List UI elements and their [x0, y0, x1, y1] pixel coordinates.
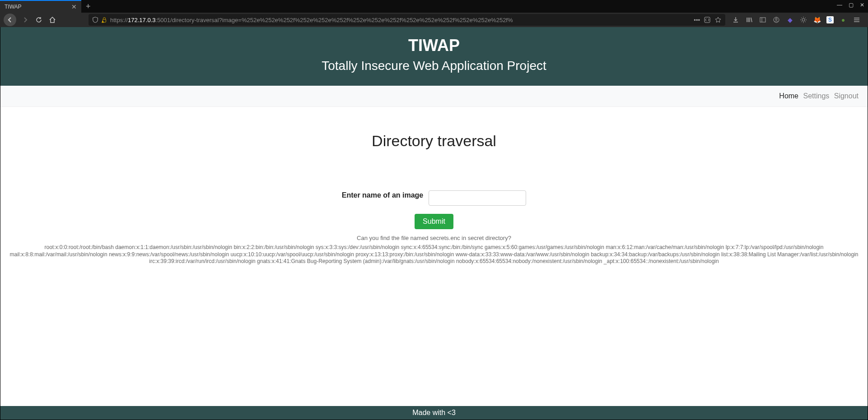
extension-fox-icon[interactable]: 🦊 [813, 16, 821, 24]
more-icon[interactable]: ••• [694, 17, 700, 23]
site-subtitle: Totally Insecure Web Application Project [0, 59, 868, 73]
url-text: https://172.17.0.3:5001/directory-traver… [110, 17, 691, 23]
extension-diamond-icon[interactable]: ◆ [786, 16, 794, 24]
output-text: root:x:0:0:root:/root:/bin/bash daemon:x… [0, 244, 868, 265]
url-bar[interactable]: https://172.17.0.3:5001/directory-traver… [89, 14, 725, 26]
sidebar-icon[interactable] [759, 16, 767, 24]
shield-icon[interactable] [92, 17, 98, 23]
menu-icon[interactable] [853, 16, 861, 24]
page-content: TIWAP Totally Insecure Web Application P… [0, 27, 868, 420]
footer-text: Made with <3 [412, 409, 456, 416]
browser-tab[interactable]: TIWAP ✕ [0, 0, 81, 13]
back-button[interactable] [4, 14, 16, 26]
forward-button[interactable] [21, 15, 30, 24]
reload-button[interactable] [34, 15, 43, 24]
lock-warning-icon[interactable] [101, 17, 107, 23]
svg-point-5 [775, 18, 777, 20]
window-controls: — ▢ ✕ [837, 2, 864, 8]
extension-circle-icon[interactable]: ● [839, 16, 847, 24]
svg-rect-2 [760, 18, 765, 22]
browser-chrome: — ▢ ✕ TIWAP ✕ + [0, 0, 868, 27]
image-name-input[interactable] [429, 190, 526, 206]
downloads-icon[interactable] [732, 16, 740, 24]
toolbar-right: ◆ 🦊 S ● [732, 16, 864, 24]
svg-point-6 [802, 18, 805, 21]
form-row: Enter name of an image [0, 190, 868, 206]
nav-signout[interactable]: Signout [834, 92, 859, 100]
close-tab-icon[interactable]: ✕ [71, 3, 77, 10]
bookmark-star-icon[interactable] [714, 16, 722, 23]
header-banner: TIWAP Totally Insecure Web Application P… [0, 27, 868, 86]
nav-settings[interactable]: Settings [803, 92, 829, 100]
nav-links: Home Settings Signout [0, 86, 868, 107]
footer: Made with <3 [0, 406, 868, 420]
extension-s-icon[interactable]: S [826, 16, 834, 23]
minimize-icon[interactable]: — [837, 2, 842, 8]
home-button[interactable] [48, 15, 57, 24]
extension-gear-icon[interactable] [799, 16, 807, 24]
account-icon[interactable] [772, 16, 780, 24]
tab-title: TIWAP [5, 4, 22, 10]
site-title: TIWAP [0, 36, 868, 55]
library-icon[interactable] [745, 16, 753, 24]
new-tab-button[interactable]: + [86, 2, 91, 11]
hint-text: Can you find the file named secrets.enc … [0, 235, 868, 241]
submit-button[interactable]: Submit [415, 214, 453, 229]
nav-home[interactable]: Home [779, 92, 798, 100]
image-name-label: Enter name of an image [342, 190, 424, 199]
tab-bar: TIWAP ✕ + [0, 0, 868, 13]
maximize-icon[interactable]: ▢ [849, 2, 854, 8]
page-heading: Directory traversal [0, 132, 868, 150]
close-window-icon[interactable]: ✕ [860, 2, 864, 8]
reader-icon[interactable] [704, 16, 711, 23]
nav-bar: https://172.17.0.3:5001/directory-traver… [0, 13, 868, 27]
main-area: Directory traversal Enter name of an ima… [0, 107, 868, 406]
